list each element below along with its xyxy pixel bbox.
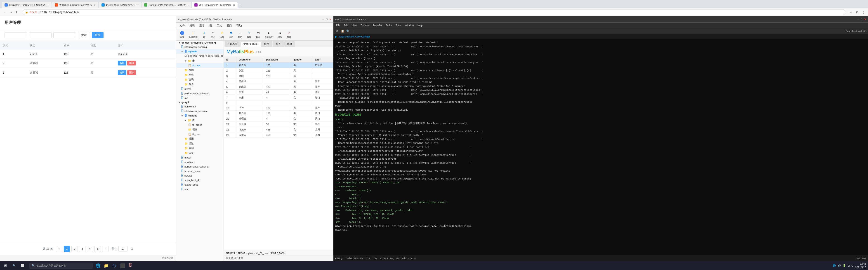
menu-tools[interactable]: 工具 xyxy=(214,23,224,28)
tool-model[interactable]: 🗂 模型 xyxy=(276,30,284,39)
search-input-1[interactable] xyxy=(4,32,27,38)
data-table-row[interactable]: 12 冯神 123 男 操作 xyxy=(224,105,333,111)
tree-db-info-schema[interactable]: 🗄 information_schema xyxy=(176,45,223,49)
taskbar-app-browser[interactable]: 🌐 xyxy=(94,262,102,269)
data-table-row[interactable]: 5 谢廊陈 123 男 操作 xyxy=(224,84,333,90)
tool-new-query[interactable]: 📋 新建查询 xyxy=(187,30,199,39)
term-minimize-button[interactable]: ─ xyxy=(857,18,859,21)
close-button-navicat[interactable]: ✕ xyxy=(329,18,331,21)
tab-close-3[interactable]: ✕ xyxy=(136,4,138,6)
data-table-row[interactable]: 3 李四 123 男 xyxy=(224,73,333,79)
tree-folder-queries-2[interactable]: 📁 查询 xyxy=(176,146,223,150)
taskbar-task-view[interactable]: ⬜ xyxy=(19,262,26,269)
tool-chart[interactable]: 📈 图表 xyxy=(285,30,293,39)
term-menu-view[interactable]: View xyxy=(350,23,359,27)
navicat-tab-text[interactable]: 文本·▼ 筛选· xyxy=(241,41,261,47)
tree-folder-tables-2[interactable]: ▼ 📁 表 xyxy=(176,118,223,123)
browser-tab-4[interactable]: SpringBoot总整合实项—工程配置 ✕ xyxy=(142,2,191,8)
maximize-button[interactable]: □ xyxy=(326,18,328,21)
tool-query[interactable]: 🔍 查询 xyxy=(245,30,253,39)
new-tab-button[interactable]: + xyxy=(238,2,244,8)
taskbar-app-navicat[interactable]: 🗄 xyxy=(127,262,134,269)
tree-table-tb-user-2[interactable]: 📋 tb_user xyxy=(176,132,223,136)
page-btn-5[interactable]: 5 xyxy=(94,246,101,252)
term-close-button[interactable]: ✕ xyxy=(864,18,866,21)
systray-network[interactable]: 🌐 xyxy=(833,264,836,267)
minimize-button[interactable]: ─ xyxy=(322,18,324,21)
tree-db-info-schema-2[interactable]: 🗄 information_schema xyxy=(176,109,223,113)
taskbar-search-btn[interactable]: 🔍 xyxy=(10,262,18,269)
tab-close-2[interactable]: ✕ xyxy=(94,4,96,6)
tree-folder-tables[interactable]: ▼ 📁 表 xyxy=(176,59,223,63)
term-menu-transfer[interactable]: Transfer xyxy=(371,23,384,27)
menu-button[interactable]: ⋮ xyxy=(861,9,866,15)
navicat-tab-sort[interactable]: 排序· xyxy=(261,41,272,47)
navicat-tab-start[interactable]: 开始界面 xyxy=(225,41,240,47)
systray-volume[interactable]: 🔊 xyxy=(838,264,841,267)
tool-connect[interactable]: 连接 xyxy=(178,30,186,39)
menu-view[interactable]: 查看 xyxy=(197,23,207,28)
taskbar-search-bar[interactable]: 🔍 在这里输入你要搜索的内容 xyxy=(29,263,93,269)
page-btn-1[interactable]: 1 xyxy=(64,246,70,252)
data-table-row[interactable]: 22 taotao 456 女 上海 xyxy=(224,127,333,132)
menu-help[interactable]: 帮助 xyxy=(234,23,244,28)
edit-button[interactable]: 编辑 xyxy=(118,61,126,65)
next-page-button[interactable]: › xyxy=(102,246,108,252)
tool-function[interactable]: ⚡ 函数 xyxy=(218,30,226,39)
tree-db-schema-name[interactable]: 🗄 schema_name xyxy=(176,169,223,173)
bookmark-button[interactable]: ☆ xyxy=(848,9,854,15)
start-button[interactable]: ⊞ xyxy=(2,262,9,269)
tool-backup[interactable]: 💾 备份 xyxy=(254,30,262,39)
tree-db-taotao-db01[interactable]: 🗄 taotao_db01 xyxy=(176,182,223,187)
search-button[interactable]: 搜索 xyxy=(78,32,90,38)
browser-tab-5[interactable]: 基于SpringBoot的SM4密内存 ✕ xyxy=(192,2,238,8)
term-menu-window[interactable]: Window xyxy=(403,23,416,27)
systray-clock[interactable]: 12:58 2022/5/16 xyxy=(855,262,866,269)
tree-folder-views[interactable]: 📁 视图 xyxy=(176,68,223,72)
tab-close-4[interactable]: ✕ xyxy=(188,4,189,6)
navicat-tab-export[interactable]: 导出 xyxy=(284,41,295,47)
data-table-row[interactable]: 7 拿来 4 女 端口 xyxy=(224,95,333,100)
tool-auto-run[interactable]: ▶ 自动运行 xyxy=(263,30,275,39)
tree-folder-functions[interactable]: 📁 函数 xyxy=(176,72,223,77)
search-input-2[interactable] xyxy=(29,32,52,38)
tool-table[interactable]: 📊 表 xyxy=(200,30,208,39)
tree-db-springboot-db[interactable]: 🗄 springboot_db xyxy=(176,178,223,182)
tree-folder-views-2[interactable]: 📁 视图 xyxy=(176,127,223,132)
address-bar[interactable]: 🔓 不安全 192.168.16.137/pages/books.html xyxy=(23,9,845,15)
tree-folder-queries[interactable]: 📁 查询 xyxy=(176,77,223,82)
navicat-tab-import[interactable]: 导入· xyxy=(273,41,284,47)
tree-db-homework[interactable]: 🗄 homework xyxy=(176,104,223,109)
delete-button[interactable]: 删除 xyxy=(127,70,136,75)
browser-tab-1[interactable]: Linux系统上安装MySQL数据图表 ✕ xyxy=(2,2,52,8)
data-table-row[interactable]: 20 谢晒直 4 女 周口 xyxy=(224,116,333,122)
term-menu-edit[interactable]: Edit xyxy=(342,23,350,27)
tree-folder-backups-2[interactable]: 📁 备份 xyxy=(176,150,223,155)
term-menu-options[interactable]: Options xyxy=(359,23,371,27)
tree-folder-backups[interactable]: 📁 备份 xyxy=(176,82,223,87)
tree-folder-functions-2[interactable]: 📁 函数 xyxy=(176,141,223,146)
edit-button[interactable]: 编辑 xyxy=(118,70,126,75)
tree-table-tb-user[interactable]: 📋 tb_user xyxy=(176,63,223,68)
prev-page-button[interactable]: ‹ xyxy=(56,246,62,252)
term-menu-tools[interactable]: Tools xyxy=(394,23,403,27)
tab-close-5[interactable]: ✕ xyxy=(233,4,235,6)
tree-db-mybatis[interactable]: ▼ 🗄 mybatis xyxy=(176,49,223,54)
menu-table[interactable]: 表 xyxy=(207,23,214,28)
data-table-row[interactable]: 1 刘先海 123 男 驻马店 xyxy=(224,63,333,68)
data-table-row[interactable]: 21 周晨晨 56 女 郑州 xyxy=(224,122,333,127)
page-btn-3[interactable]: 3 xyxy=(79,246,86,252)
tree-db-mysql-2[interactable]: 🗄 mysql xyxy=(176,155,223,160)
tab-close-1[interactable]: ✕ xyxy=(48,4,49,6)
terminal-content[interactable]: No active profile set, falling back to 1… xyxy=(333,39,868,256)
tree-db-mybatis-2[interactable]: ▼ 🗄 mybatis xyxy=(176,113,223,118)
tree-db-sys[interactable]: 🗄 sys xyxy=(176,96,223,100)
term-tool-2[interactable]: 📋 xyxy=(340,29,345,33)
data-table-row[interactable]: 2 张三 123 男 xyxy=(224,68,333,73)
term-tool-4[interactable]: ? xyxy=(351,29,355,33)
add-button[interactable]: 新增 xyxy=(92,32,103,38)
back-button[interactable]: ← xyxy=(2,9,7,15)
forward-button[interactable]: → xyxy=(8,9,13,15)
delete-button[interactable]: 删除 xyxy=(127,61,136,65)
menu-file[interactable]: 文件 xyxy=(177,23,187,28)
